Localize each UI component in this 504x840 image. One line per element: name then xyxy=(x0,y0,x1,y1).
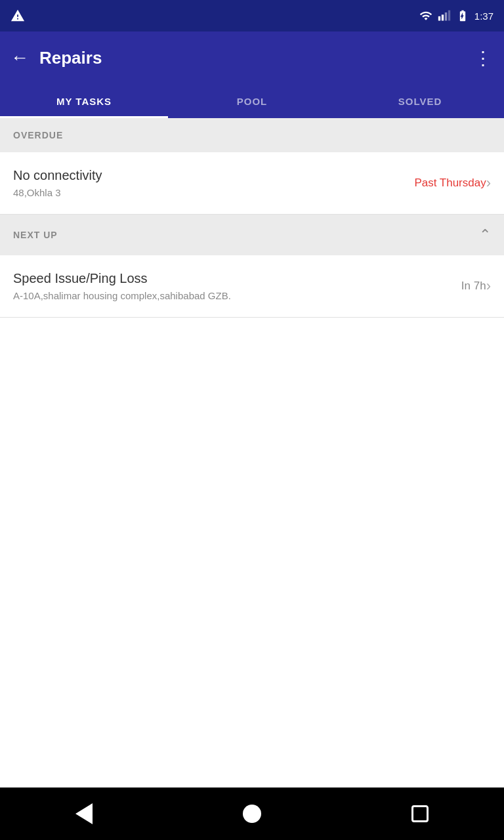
wifi-icon xyxy=(419,9,432,22)
app-bar: ← Repairs ⋮ xyxy=(0,32,504,84)
nav-back-icon xyxy=(75,803,93,824)
battery-icon xyxy=(456,9,469,22)
tab-pool[interactable]: POOL xyxy=(168,84,336,116)
item-title: Speed Issue/Ping Loss xyxy=(13,271,461,286)
svg-rect-0 xyxy=(438,16,440,21)
item-content: No connectivity 48,Okhla 3 xyxy=(13,168,414,198)
back-button[interactable]: ← xyxy=(10,47,29,68)
svg-rect-3 xyxy=(448,10,450,21)
item-title: No connectivity xyxy=(13,168,414,183)
content-area: OVERDUE No connectivity 48,Okhla 3 Past … xyxy=(0,118,504,788)
app-bar-left: ← Repairs xyxy=(10,47,102,68)
nav-home-button[interactable] xyxy=(243,805,261,823)
warning-icon xyxy=(10,9,25,23)
nav-recent-icon xyxy=(411,805,429,822)
item-right: In 7h xyxy=(461,280,486,293)
item-subtitle: 48,Okhla 3 xyxy=(13,187,414,198)
svg-rect-2 xyxy=(445,12,447,21)
nav-recent-button[interactable] xyxy=(411,805,429,822)
more-options-button[interactable]: ⋮ xyxy=(474,47,494,69)
item-time-overdue: Past Thursday xyxy=(414,177,486,190)
collapse-icon[interactable]: ⌃ xyxy=(479,226,491,243)
tab-solved[interactable]: SOLVED xyxy=(336,84,504,116)
list-item[interactable]: No connectivity 48,Okhla 3 Past Thursday… xyxy=(0,152,504,215)
list-item[interactable]: Speed Issue/Ping Loss A-10A,shalimar hou… xyxy=(0,255,504,318)
item-right: Past Thursday xyxy=(414,177,486,190)
nav-home-icon xyxy=(243,805,261,823)
tabs-bar: MY TASKS POOL SOLVED xyxy=(0,84,504,118)
next-up-section-title: NEXT UP xyxy=(13,230,58,240)
page-title: Repairs xyxy=(39,48,102,68)
nav-back-button[interactable] xyxy=(75,803,93,824)
overdue-section-title: OVERDUE xyxy=(13,130,63,140)
signal-icon xyxy=(438,9,451,22)
status-bar-right: 1:37 xyxy=(419,9,494,22)
item-subtitle: A-10A,shalimar housing complex,sahibabad… xyxy=(13,290,461,301)
clock-display: 1:37 xyxy=(474,10,494,22)
chevron-right-icon: › xyxy=(486,278,491,295)
item-content: Speed Issue/Ping Loss A-10A,shalimar hou… xyxy=(13,271,461,301)
tab-my-tasks[interactable]: MY TASKS xyxy=(0,84,168,116)
status-bar-left xyxy=(10,9,25,23)
svg-rect-1 xyxy=(442,14,444,20)
status-bar: 1:37 xyxy=(0,0,504,32)
next-up-section-header[interactable]: NEXT UP ⌃ xyxy=(0,215,504,255)
overdue-section-header: OVERDUE xyxy=(0,118,504,152)
nav-bar xyxy=(0,788,504,840)
item-time-upcoming: In 7h xyxy=(461,280,486,293)
chevron-right-icon: › xyxy=(486,175,491,192)
